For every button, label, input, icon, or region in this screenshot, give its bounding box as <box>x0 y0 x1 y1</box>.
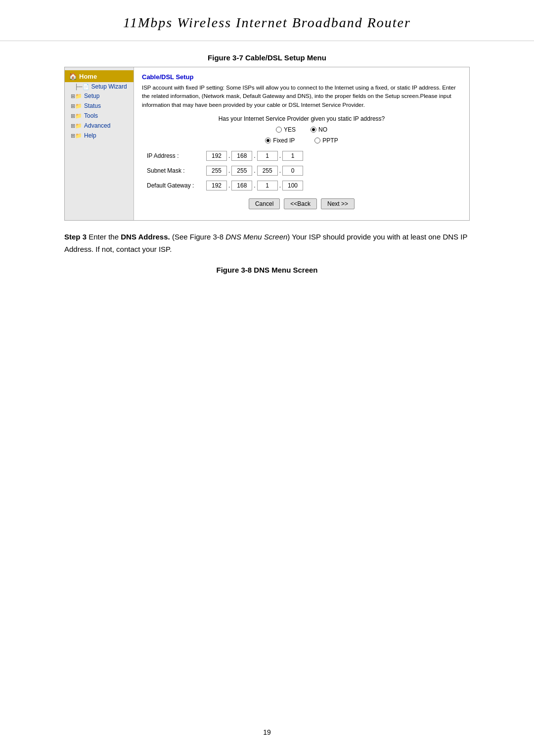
sidebar-item-status[interactable]: ⊞📁 Status <box>65 101 134 111</box>
sidebar-item-tools-label: Tools <box>84 112 98 119</box>
page-header: 11Mbps Wireless Internet Broadband Route… <box>0 0 534 41</box>
sidebar-item-help[interactable]: ⊞📁 Help <box>65 131 134 141</box>
radio-no[interactable]: NO <box>311 126 327 133</box>
default-gateway-octet1[interactable] <box>206 181 227 190</box>
radio-fixed-ip[interactable]: Fixed IP <box>265 137 295 144</box>
sidebar-item-advanced-label: Advanced <box>84 122 110 129</box>
ip-address-fields: . . . <box>206 151 303 161</box>
sidebar-item-setup[interactable]: ⊞📁 Setup <box>65 91 134 101</box>
figure2-caption: Figure 3-8 DNS Menu Screen <box>0 266 534 274</box>
ip-address-octet3[interactable] <box>257 151 278 161</box>
ip-dot-2: . <box>253 152 256 159</box>
gateway-dot-2: . <box>253 182 256 189</box>
next-button[interactable]: Next >> <box>321 198 355 209</box>
dns-address-bold: DNS Address. <box>121 233 170 241</box>
default-gateway-label: Default Gateway : <box>147 182 206 189</box>
default-gateway-octet4[interactable] <box>282 181 303 190</box>
tools-icon: ⊞📁 <box>71 113 82 119</box>
radio-yes[interactable]: YES <box>276 126 296 133</box>
ip-address-octet1[interactable] <box>206 151 227 161</box>
gateway-dot-3: . <box>279 182 281 189</box>
ip-address-label: IP Address : <box>147 152 206 159</box>
default-gateway-fields: . . . <box>206 181 303 190</box>
main-content: Cable/DSL Setup ISP account with fixed I… <box>134 67 469 220</box>
subnet-mask-label: Subnet Mask : <box>147 167 206 174</box>
sidebar-item-status-label: Status <box>84 102 101 109</box>
radio-yes-circle[interactable] <box>276 127 282 133</box>
sidebar: 🏠 Home ├─📄 Setup Wizard ⊞📁 Setup ⊞📁 Stat… <box>65 67 134 220</box>
home-icon: 🏠 <box>69 72 77 80</box>
default-gateway-octet3[interactable] <box>257 181 278 190</box>
step3-text: Step 3 Enter the DNS Address. (See Figur… <box>64 231 470 256</box>
ip-dot-1: . <box>228 152 230 159</box>
sidebar-item-setup-label: Setup <box>84 93 99 99</box>
sidebar-item-setup-wizard[interactable]: ├─📄 Setup Wizard <box>65 82 134 91</box>
ip-address-row: IP Address : . . . <box>142 151 461 161</box>
section-title: Cable/DSL Setup <box>142 73 461 81</box>
sidebar-item-tools[interactable]: ⊞📁 Tools <box>65 111 134 121</box>
radio-no-label: NO <box>318 126 327 133</box>
subnet-dot-2: . <box>253 167 256 174</box>
sidebar-item-advanced[interactable]: ⊞📁 Advanced <box>65 121 134 131</box>
sidebar-home[interactable]: 🏠 Home <box>65 70 134 82</box>
subnet-dot-3: . <box>279 167 281 174</box>
radio-fixed-ip-label: Fixed IP <box>273 137 295 144</box>
page-number: 19 <box>0 728 534 736</box>
ip-address-octet2[interactable] <box>231 151 252 161</box>
sidebar-home-label: Home <box>79 73 97 80</box>
default-gateway-octet2[interactable] <box>231 181 252 190</box>
advanced-icon: ⊞📁 <box>71 123 82 129</box>
subnet-dot-1: . <box>228 167 230 174</box>
status-icon: ⊞📁 <box>71 103 82 109</box>
radio-pptp[interactable]: PPTP <box>314 137 338 144</box>
router-ui-frame: 🏠 Home ├─📄 Setup Wizard ⊞📁 Setup ⊞📁 Stat… <box>64 67 470 221</box>
figure1-caption: Figure 3-7 Cable/DSL Setup Menu <box>0 53 534 62</box>
default-gateway-row: Default Gateway : . . . <box>142 181 461 190</box>
buttons-row: Cancel <<Back Next >> <box>142 198 461 214</box>
gateway-dot-1: . <box>228 182 230 189</box>
subnet-mask-octet2[interactable] <box>231 166 252 176</box>
help-icon: ⊞📁 <box>71 133 82 139</box>
subnet-mask-fields: . . . <box>206 166 303 176</box>
sidebar-item-help-label: Help <box>84 132 96 139</box>
radio-no-circle[interactable] <box>311 127 316 133</box>
subnet-mask-octet4[interactable] <box>282 166 303 176</box>
radio-pptp-label: PPTP <box>322 137 338 144</box>
step3-bold-label: Step 3 <box>64 233 87 241</box>
subnet-mask-row: Subnet Mask : . . . <box>142 166 461 176</box>
ip-address-octet4[interactable] <box>282 151 303 161</box>
yes-no-radio-group: YES NO <box>142 126 461 133</box>
setup-wizard-icon: ├─📄 <box>75 84 89 90</box>
sidebar-item-setup-wizard-label: Setup Wizard <box>91 83 127 90</box>
page-title: 11Mbps Wireless Internet Broadband Route… <box>20 15 514 31</box>
back-button[interactable]: <<Back <box>284 198 317 209</box>
cancel-button[interactable]: Cancel <box>249 198 280 209</box>
radio-pptp-circle[interactable] <box>314 138 320 143</box>
ip-dot-3: . <box>279 152 281 159</box>
subnet-mask-octet1[interactable] <box>206 166 227 176</box>
ip-type-radio-group: Fixed IP PPTP <box>142 137 461 144</box>
section-description: ISP account with fixed IP setting: Some … <box>142 84 461 109</box>
radio-fixed-ip-circle[interactable] <box>265 138 271 143</box>
static-ip-question: Has your Internet Service Provider given… <box>142 115 461 122</box>
setup-icon: ⊞📁 <box>71 93 82 99</box>
dns-menu-screen-italic: DNS Menu Screen <box>225 233 287 241</box>
radio-yes-label: YES <box>284 126 296 133</box>
subnet-mask-octet3[interactable] <box>257 166 278 176</box>
